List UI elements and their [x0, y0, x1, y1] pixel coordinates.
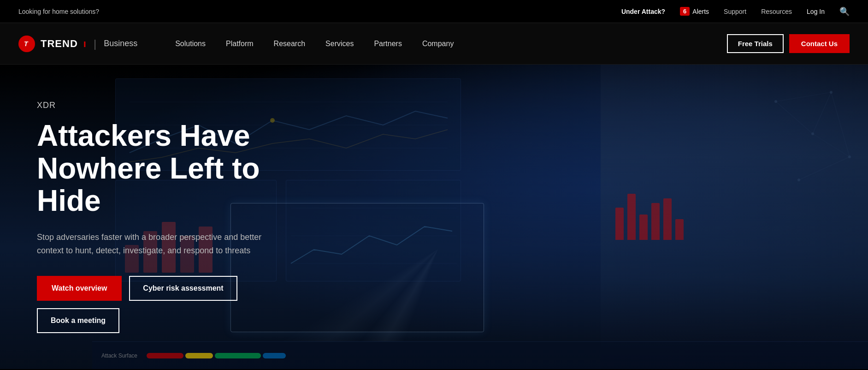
nav-solutions[interactable]: Solutions [165, 23, 216, 65]
login-link[interactable]: Log In [807, 8, 825, 15]
logo-business: Business [104, 39, 137, 48]
hero-buttons: Watch overview Cyber risk assessment Boo… [37, 276, 286, 333]
resources-link[interactable]: Resources [761, 8, 792, 15]
support-link[interactable]: Support [724, 8, 746, 15]
hero-content: XDR Attackers Have Nowhere Left to Hide … [0, 73, 323, 361]
top-bar-right: Under Attack? 6 Alerts Support Resources… [621, 6, 850, 17]
hero-section: XDR Attackers Have Nowhere Left to Hide … [0, 65, 868, 369]
watch-overview-button[interactable]: Watch overview [37, 276, 122, 301]
contact-us-button[interactable]: Contact Us [789, 34, 850, 53]
svg-text:T: T [24, 40, 29, 48]
search-icon[interactable]: 🔍 [839, 6, 850, 17]
logo-area[interactable]: T TREND ı | Business [18, 36, 137, 52]
nav-services[interactable]: Services [315, 23, 364, 65]
free-trials-button[interactable]: Free Trials [727, 34, 784, 53]
cyber-risk-button[interactable]: Cyber risk assessment [129, 276, 237, 301]
trend-logo-icon: T [18, 36, 35, 52]
hero-subtext: Stop adversaries faster with a broader p… [37, 231, 277, 257]
alerts-badge[interactable]: 6 Alerts [680, 7, 709, 16]
nav-partners[interactable]: Partners [364, 23, 412, 65]
alerts-count: 6 [680, 7, 690, 16]
logo-text: TREND [41, 38, 78, 50]
nav-links: Solutions Platform Research Services Par… [165, 23, 727, 65]
alerts-label: Alerts [692, 8, 709, 15]
nav-platform[interactable]: Platform [216, 23, 264, 65]
logo-divider: | [94, 37, 96, 50]
hero-person-area [591, 65, 868, 369]
nav-cta-area: Free Trials Contact Us [727, 34, 850, 53]
logo-suffix: ı [83, 38, 86, 50]
logo-svg: T [22, 39, 32, 49]
under-attack-link[interactable]: Under Attack? [621, 8, 665, 15]
nav-research[interactable]: Research [264, 23, 315, 65]
hero-eyebrow: XDR [37, 101, 286, 110]
main-nav: T TREND ı | Business Solutions Platform … [0, 23, 868, 65]
hero-headline: Attackers Have Nowhere Left to Hide [37, 119, 286, 217]
person-gradient [601, 65, 868, 369]
home-solutions-text[interactable]: Looking for home solutions? [18, 8, 99, 15]
nav-company[interactable]: Company [412, 23, 464, 65]
top-bar: Looking for home solutions? Under Attack… [0, 0, 868, 23]
book-meeting-button[interactable]: Book a meeting [37, 308, 119, 333]
